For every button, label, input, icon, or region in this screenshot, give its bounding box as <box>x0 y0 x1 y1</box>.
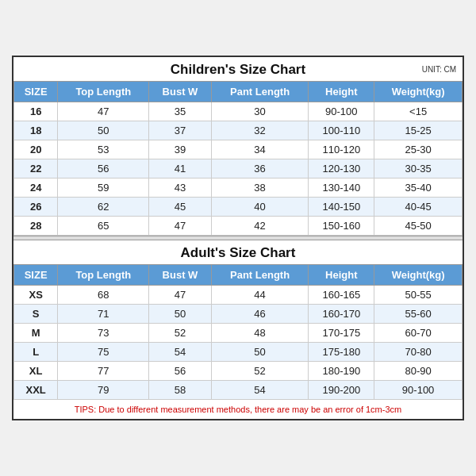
adult-table: SIZE Top Length Bust W Pant Length Heigh… <box>13 264 463 400</box>
children-header-row: SIZE Top Length Bust W Pant Length Heigh… <box>14 82 463 102</box>
table-row: 28654742150-16045-50 <box>14 217 463 236</box>
table-row: M735248170-17560-70 <box>14 324 463 343</box>
table-cell: 90-100 <box>374 381 463 400</box>
table-row: L755450175-18070-80 <box>14 343 463 362</box>
children-col-bustw: Bust W <box>149 82 211 102</box>
table-cell: 39 <box>149 140 211 159</box>
size-chart-container: Children's Size Chart UNIT: CM SIZE Top … <box>12 56 464 420</box>
table-cell: 170-175 <box>309 324 374 343</box>
table-cell: 62 <box>58 198 149 217</box>
tips-row: TIPS: Due to different measurement metho… <box>13 400 463 419</box>
table-cell: 80-90 <box>374 362 463 381</box>
children-col-toplength: Top Length <box>58 82 149 102</box>
table-cell: 24 <box>14 178 58 198</box>
table-cell: 38 <box>211 178 309 198</box>
table-cell: 34 <box>211 140 309 159</box>
adult-title-row: Adult's Size Chart <box>13 240 463 264</box>
children-col-height: Height <box>309 82 374 102</box>
adult-col-toplength: Top Length <box>58 265 149 286</box>
table-cell: 44 <box>211 286 309 305</box>
children-col-pantlength: Pant Length <box>211 82 309 102</box>
table-cell: 190-200 <box>309 381 374 400</box>
table-cell: 48 <box>211 324 309 343</box>
table-cell: 22 <box>14 159 58 178</box>
table-row: XXL795854190-20090-100 <box>14 381 463 400</box>
table-cell: 28 <box>14 217 58 236</box>
adult-header-row: SIZE Top Length Bust W Pant Length Heigh… <box>14 265 463 286</box>
adult-col-size: SIZE <box>14 265 58 286</box>
table-cell: 37 <box>149 121 211 140</box>
table-cell: 50-55 <box>374 286 463 305</box>
table-cell: 35 <box>149 102 211 121</box>
adult-col-pantlength: Pant Length <box>211 265 309 286</box>
table-cell: 58 <box>149 381 211 400</box>
table-cell: 45-50 <box>374 217 463 236</box>
table-cell: 160-165 <box>309 286 374 305</box>
table-cell: 75 <box>58 343 149 362</box>
table-row: 20533934110-12025-30 <box>14 140 463 159</box>
table-cell: 16 <box>14 102 58 121</box>
table-cell: 40-45 <box>374 198 463 217</box>
table-cell: 15-25 <box>374 121 463 140</box>
table-cell: L <box>14 343 58 362</box>
table-row: XL775652180-19080-90 <box>14 362 463 381</box>
table-cell: 140-150 <box>309 198 374 217</box>
table-cell: 54 <box>211 381 309 400</box>
table-cell: 43 <box>149 178 211 198</box>
table-cell: 35-40 <box>374 178 463 198</box>
table-cell: 50 <box>149 305 211 324</box>
table-row: 1647353090-100<15 <box>14 102 463 121</box>
table-cell: 60-70 <box>374 324 463 343</box>
table-cell: 56 <box>58 159 149 178</box>
table-cell: 47 <box>149 286 211 305</box>
table-cell: 18 <box>14 121 58 140</box>
table-cell: XS <box>14 286 58 305</box>
table-cell: 47 <box>58 102 149 121</box>
table-cell: 41 <box>149 159 211 178</box>
table-cell: 150-160 <box>309 217 374 236</box>
table-cell: 59 <box>58 178 149 198</box>
table-row: 18503732100-11015-25 <box>14 121 463 140</box>
table-cell: M <box>14 324 58 343</box>
table-cell: 25-30 <box>374 140 463 159</box>
table-cell: 30-35 <box>374 159 463 178</box>
adult-col-height: Height <box>309 265 374 286</box>
table-row: 24594338130-14035-40 <box>14 178 463 198</box>
children-title: Children's Size Chart <box>171 62 305 77</box>
table-cell: 50 <box>58 121 149 140</box>
table-cell: 110-120 <box>309 140 374 159</box>
table-cell: 90-100 <box>309 102 374 121</box>
adult-col-bustw: Bust W <box>149 265 211 286</box>
table-cell: 40 <box>211 198 309 217</box>
table-cell: 100-110 <box>309 121 374 140</box>
table-cell: 56 <box>149 362 211 381</box>
table-cell: 70-80 <box>374 343 463 362</box>
table-cell: XXL <box>14 381 58 400</box>
table-row: 26624540140-15040-45 <box>14 198 463 217</box>
table-cell: <15 <box>374 102 463 121</box>
adult-col-weight: Weight(kg) <box>374 265 463 286</box>
table-cell: 47 <box>149 217 211 236</box>
children-table: SIZE Top Length Bust W Pant Length Heigh… <box>13 81 463 236</box>
table-cell: 45 <box>149 198 211 217</box>
table-row: XS684744160-16550-55 <box>14 286 463 305</box>
table-cell: 20 <box>14 140 58 159</box>
table-cell: 42 <box>211 217 309 236</box>
table-cell: 54 <box>149 343 211 362</box>
tips-text: TIPS: Due to different measurement metho… <box>75 405 401 414</box>
table-cell: S <box>14 305 58 324</box>
table-cell: 26 <box>14 198 58 217</box>
table-cell: 52 <box>149 324 211 343</box>
table-cell: 55-60 <box>374 305 463 324</box>
table-cell: 46 <box>211 305 309 324</box>
table-row: S715046160-17055-60 <box>14 305 463 324</box>
children-col-size: SIZE <box>14 82 58 102</box>
children-col-weight: Weight(kg) <box>374 82 463 102</box>
adult-title: Adult's Size Chart <box>181 245 296 260</box>
table-cell: 73 <box>58 324 149 343</box>
table-cell: 160-170 <box>309 305 374 324</box>
unit-label: UNIT: CM <box>422 65 456 74</box>
table-cell: 53 <box>58 140 149 159</box>
table-cell: 36 <box>211 159 309 178</box>
table-cell: 180-190 <box>309 362 374 381</box>
